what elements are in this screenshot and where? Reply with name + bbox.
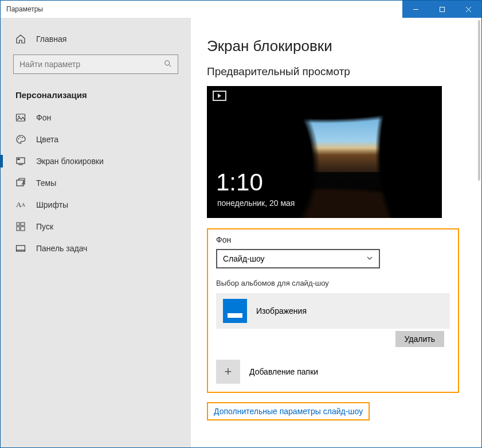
svg-line-5 [169, 64, 171, 67]
nav-home-label: Главная [36, 34, 66, 44]
sidebar-item-themes[interactable]: Темы [1, 172, 191, 194]
preview-date: понедельник, 20 мая [217, 198, 295, 208]
home-icon [15, 34, 26, 44]
sidebar-section-title: Персонализация [1, 82, 191, 107]
search-icon [164, 60, 172, 69]
remove-album-button[interactable]: Удалить [395, 331, 444, 347]
add-folder-label: Добавление папки [249, 367, 318, 376]
slideshow-icon [213, 91, 226, 101]
preview-heading: Предварительный просмотр [207, 65, 465, 78]
sidebar: Главная Персонализация Фон Цвета [1, 18, 191, 447]
nav-home[interactable]: Главная [1, 28, 191, 50]
svg-point-9 [19, 137, 21, 138]
sidebar-item-label: Пуск [36, 222, 53, 231]
sidebar-item-label: Панель задач [36, 244, 87, 253]
sidebar-item-fonts[interactable]: AA Шрифты [1, 194, 191, 216]
svg-rect-16 [21, 223, 25, 225]
album-name: Изображения [256, 306, 307, 315]
background-settings-group: Фон Слайд-шоу Выбор альбомов для слайд-ш… [207, 228, 459, 393]
sidebar-item-label: Темы [36, 178, 56, 188]
album-thumb-icon [223, 299, 247, 323]
svg-point-10 [22, 137, 23, 138]
window-title: Параметры [1, 5, 43, 13]
search-input[interactable] [19, 60, 157, 69]
page-title: Экран блокировки [207, 37, 465, 55]
image-icon [15, 112, 26, 123]
sidebar-item-label: Фон [36, 113, 51, 122]
sidebar-item-lockscreen[interactable]: Экран блокировки [1, 150, 191, 172]
bg-label: Фон [216, 235, 450, 244]
album-item[interactable]: Изображения Удалить [216, 293, 450, 329]
sidebar-item-label: Шрифты [36, 200, 68, 209]
svg-point-8 [18, 138, 19, 139]
sidebar-item-background[interactable]: Фон [1, 107, 191, 128]
albums-label: Выбор альбомов для слайд-шоу [216, 279, 450, 287]
taskbar-icon [15, 243, 26, 254]
close-button[interactable] [455, 1, 481, 18]
sidebar-item-label: Цвета [36, 135, 58, 144]
search-box[interactable] [13, 54, 178, 74]
themes-icon [15, 178, 26, 188]
maximize-button[interactable] [429, 1, 455, 18]
minimize-button[interactable] [402, 1, 429, 18]
plus-icon: + [216, 360, 240, 384]
bg-type-dropdown[interactable]: Слайд-шоу [216, 249, 380, 268]
palette-icon [15, 134, 26, 145]
sidebar-item-taskbar[interactable]: Панель задач [1, 237, 191, 259]
titlebar: Параметры [1, 1, 481, 18]
svg-rect-15 [17, 223, 19, 225]
advanced-slideshow-link[interactable]: Дополнительные параметры слайд-шоу [214, 407, 363, 416]
svg-point-7 [18, 116, 20, 118]
lockscreen-icon [15, 156, 26, 166]
svg-rect-14 [17, 180, 23, 186]
add-folder-button[interactable]: + Добавление папки [216, 360, 450, 384]
chevron-down-icon [366, 254, 373, 263]
bg-dropdown-value: Слайд-шоу [223, 254, 265, 263]
advanced-link-wrap: Дополнительные параметры слайд-шоу [207, 402, 370, 420]
svg-rect-17 [17, 227, 19, 231]
svg-rect-13 [18, 159, 20, 161]
start-icon [15, 221, 26, 232]
sidebar-item-label: Экран блокировки [36, 157, 104, 166]
svg-rect-18 [21, 227, 25, 231]
lockscreen-preview: 1:10 понедельник, 20 мая [207, 86, 442, 218]
fonts-icon: AA [15, 200, 26, 210]
sidebar-item-colors[interactable]: Цвета [1, 128, 191, 150]
scrollbar[interactable] [478, 20, 480, 181]
content-area: Экран блокировки Предварительный просмот… [191, 18, 481, 447]
svg-point-4 [165, 60, 170, 65]
settings-window: Параметры Главная [0, 0, 482, 448]
window-controls [402, 1, 481, 18]
preview-time: 1:10 [216, 169, 263, 196]
sidebar-item-start[interactable]: Пуск [1, 216, 191, 237]
svg-rect-1 [440, 7, 444, 11]
